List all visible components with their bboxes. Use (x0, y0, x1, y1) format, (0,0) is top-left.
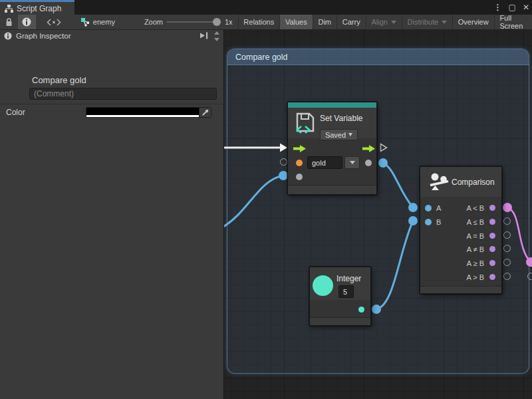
wire-integer-to-b[interactable] (376, 221, 413, 309)
scroll-up-icon[interactable] (214, 31, 219, 35)
fullscreen-button[interactable]: Full Screen (494, 15, 532, 29)
toolbar-right-group: Relations Values Dim Carry Align Distrib… (238, 15, 532, 29)
chevron-down-icon (350, 161, 355, 164)
eyedropper-button[interactable] (199, 108, 211, 117)
eyedropper-icon (201, 109, 209, 116)
color-swatch[interactable] (86, 108, 199, 117)
tab-script-graph[interactable]: Script Graph (0, 0, 74, 15)
wire-endpoint[interactable] (372, 305, 381, 314)
wire-endpoint[interactable] (408, 203, 418, 212)
integer-icon (313, 275, 333, 296)
unconnected-port[interactable] (503, 245, 511, 252)
wire-endpoint[interactable] (408, 216, 418, 225)
window-menu-icon[interactable]: ⋮ (494, 3, 502, 11)
node-header[interactable]: Comparison (420, 167, 501, 197)
comment-input[interactable] (29, 88, 217, 100)
node-footer (310, 317, 370, 325)
wire-endpoint[interactable] (279, 171, 288, 180)
node-footer (288, 185, 376, 194)
wire-endpoint[interactable] (378, 158, 388, 168)
align-dropdown[interactable]: Align (366, 15, 401, 29)
node-integer[interactable]: Integer 5 (309, 267, 371, 326)
graph-reference[interactable]: enemy (75, 15, 120, 29)
variable-kind-dropdown[interactable]: Saved (320, 129, 358, 140)
chevron-down-icon (442, 21, 447, 24)
input-b-port[interactable] (425, 219, 432, 225)
variable-name-dropdown[interactable] (344, 156, 360, 169)
dim-button[interactable]: Dim (313, 15, 336, 29)
input-a-label: A (436, 204, 441, 212)
output-port[interactable] (489, 219, 495, 225)
wire-endpoint[interactable] (503, 203, 512, 212)
carry-button[interactable]: Carry (337, 15, 366, 29)
inspector-title: Graph Inspector (16, 32, 70, 40)
node-header[interactable]: Integer 5 (310, 267, 370, 300)
zoom-slider-handle[interactable] (213, 18, 221, 26)
comparison-icon (429, 172, 450, 192)
relations-button[interactable]: Relations (238, 15, 279, 29)
unconnected-port[interactable] (503, 231, 511, 239)
output-port[interactable] (489, 260, 495, 266)
output-port[interactable] (489, 233, 495, 239)
unconnected-port[interactable] (503, 259, 511, 266)
input-a-port[interactable] (425, 205, 432, 211)
node-set-variable[interactable]: Set Variable Saved gold (287, 102, 377, 195)
dock-panel-icon[interactable] (200, 32, 209, 39)
chevron-down-icon (391, 21, 396, 24)
wire-flow-arrowhead (280, 144, 287, 152)
distribute-label: Distribute (408, 18, 438, 26)
graph-node-icon (80, 17, 90, 27)
tab-label: Script Graph (17, 4, 61, 13)
code-view-button[interactable] (45, 15, 63, 29)
output-label: A ≠ B (467, 245, 484, 253)
value-out-port[interactable] (365, 160, 372, 166)
panel-scroll-spinner[interactable] (213, 31, 221, 41)
window-controls: ⋮ ▢ ✕ (494, 0, 529, 15)
save-variable-icon (295, 112, 316, 136)
close-icon[interactable]: ✕ (523, 3, 529, 11)
integer-value-field[interactable]: 5 (338, 285, 354, 298)
unconnected-port[interactable] (280, 158, 287, 166)
output-label: A = B (466, 232, 484, 240)
flow-out-target-port[interactable] (380, 143, 388, 152)
output-port[interactable] (489, 205, 495, 211)
unconnected-port[interactable] (503, 217, 511, 225)
unconnected-port[interactable] (527, 273, 532, 280)
node-comparison[interactable]: Comparison A B A < B A ≤ B A = B A ≠ B A… (420, 166, 502, 294)
lock-icon (5, 18, 13, 27)
color-field[interactable] (86, 107, 211, 118)
scroll-down-icon[interactable] (214, 38, 219, 41)
flow-in-port[interactable] (293, 145, 306, 152)
variable-accent-bar (288, 102, 376, 108)
info-icon (4, 32, 12, 40)
unconnected-port[interactable] (503, 273, 511, 280)
variable-name-port[interactable] (296, 160, 303, 166)
lock-button[interactable] (0, 15, 18, 29)
zoom-label: Zoom (139, 15, 163, 29)
alpha-bar (86, 115, 199, 117)
distribute-dropdown[interactable]: Distribute (402, 15, 452, 29)
overview-button[interactable]: Overview (453, 15, 494, 29)
variable-name-field[interactable]: gold (307, 156, 342, 169)
inspector-toggle-button[interactable] (18, 15, 36, 29)
wire-blue-left[interactable] (224, 176, 283, 227)
maximize-icon[interactable]: ▢ (509, 3, 516, 11)
graph-name-label: enemy (93, 18, 115, 26)
variable-kind-label: Saved (325, 131, 346, 139)
chevron-down-icon (348, 133, 352, 136)
node-header[interactable]: Set Variable Saved (288, 108, 376, 138)
values-button[interactable]: Values (280, 15, 313, 29)
wire-comparison-out[interactable] (507, 207, 531, 262)
value-in-port[interactable] (296, 174, 303, 180)
flow-out-port[interactable] (362, 145, 375, 152)
script-graph-icon (5, 5, 13, 13)
zoom-slider[interactable] (167, 21, 219, 23)
output-port[interactable] (489, 246, 495, 252)
node-title: Set Variable (320, 114, 362, 123)
integer-out-port[interactable] (358, 307, 364, 313)
output-port[interactable] (489, 274, 495, 280)
divider (0, 104, 224, 104)
node-title: Comparison (452, 178, 495, 187)
wire-setvar-to-a[interactable] (383, 163, 413, 207)
graph-canvas[interactable]: Compare gold (224, 29, 532, 399)
